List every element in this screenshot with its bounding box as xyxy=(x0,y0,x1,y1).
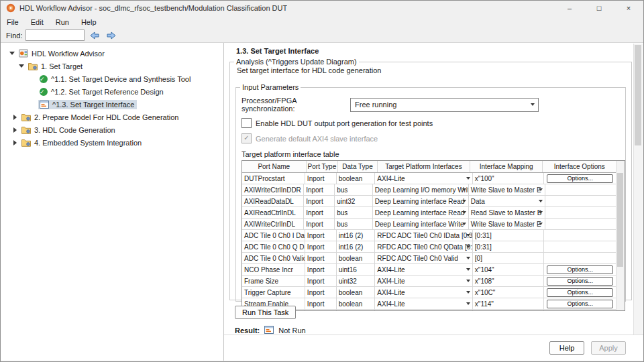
panel-scrollbar-thumb[interactable] xyxy=(635,45,641,145)
analysis-group: Analysis (^Triggers Update Diagram) Set … xyxy=(229,58,632,300)
testpoints-checkbox-label: Enable HDL DUT output port generation fo… xyxy=(256,119,433,127)
tree-item-set-target-device[interactable]: ^1.1. Set Target Device and Synthesis To… xyxy=(1,72,223,85)
close-button[interactable]: × xyxy=(614,1,643,15)
mapping-dropdown[interactable]: Read Slave to Master B xyxy=(469,207,546,218)
interface-dropdown[interactable]: Deep Learning interface Write xyxy=(373,219,469,229)
axi4-slave-checkbox-label: Generate default AXI4 slave interface xyxy=(256,135,378,143)
options-button[interactable]: Options... xyxy=(547,174,613,183)
cell-interface-mapping[interactable]: x"10C" xyxy=(473,287,545,298)
chevron-down-icon[interactable] xyxy=(18,64,25,68)
cell-interface-mapping[interactable]: x"104" xyxy=(473,264,545,275)
cell-port-type: Inport xyxy=(305,298,337,309)
mapping-dropdown[interactable]: Write Slave to Master E xyxy=(469,219,546,229)
chevron-right-icon[interactable] xyxy=(11,127,18,133)
menu-help[interactable]: Help xyxy=(75,15,103,28)
menu-bar: File Edit Run Help xyxy=(1,15,643,28)
cell-port-type: Inport xyxy=(305,173,337,184)
chevron-right-icon[interactable] xyxy=(11,140,18,145)
find-previous-button[interactable] xyxy=(88,29,101,42)
interface-dropdown[interactable]: AXI4-Lite xyxy=(375,287,472,298)
tree-item-prepare-model[interactable]: 2. Prepare Model For HDL Code Generation xyxy=(1,111,223,123)
task-icon xyxy=(40,101,49,109)
cell-interface-mapping[interactable]: x"108" xyxy=(473,276,545,286)
cell-interface-mapping[interactable]: x"114" xyxy=(473,298,545,309)
cell-data-type: int16 (2) xyxy=(337,241,376,252)
interface-dropdown[interactable]: RFDC ADC Tile0 Ch0 QData [0:3 xyxy=(375,241,472,252)
interface-dropdown[interactable]: RFDC ADC Tile0 Ch0 Valid xyxy=(375,253,472,263)
cell-port-type: Inport xyxy=(305,241,337,252)
cell-data-type: bus xyxy=(335,184,373,195)
chevron-down-icon xyxy=(539,211,543,214)
tree-item-set-target[interactable]: 1. Set Target xyxy=(1,60,223,72)
window-controls: – □ × xyxy=(555,1,643,15)
cell-interface-mapping[interactable]: x"128" xyxy=(473,310,545,311)
options-button[interactable]: Options... xyxy=(547,288,613,297)
sync-dropdown[interactable]: Free running xyxy=(350,98,539,112)
options-button[interactable]: Options... xyxy=(547,311,613,312)
tree-item-label: ^1.3. Set Target Interface xyxy=(52,101,134,109)
cell-port-type: Inport xyxy=(304,207,335,218)
find-input[interactable] xyxy=(25,29,85,41)
analysis-group-label: Analysis (^Triggers Update Diagram) xyxy=(234,58,359,66)
interface-dropdown[interactable]: Deep Learning I/O memory Writ xyxy=(373,184,469,195)
tree-item-hdl-code-generation[interactable]: 3. HDL Code Generation xyxy=(1,123,223,136)
mapping-dropdown[interactable]: Write Slave to Master E xyxy=(469,184,546,195)
chevron-down-icon xyxy=(539,223,543,225)
panel-scrollbar[interactable] xyxy=(633,44,643,335)
chevron-down-icon xyxy=(466,268,470,271)
interface-dropdown[interactable]: AXI4-Lite xyxy=(375,276,472,286)
minimize-button[interactable]: – xyxy=(555,1,584,15)
menu-file[interactable]: File xyxy=(1,15,25,28)
tree-item-set-target-reference[interactable]: ^1.2. Set Target Reference Design xyxy=(1,85,223,98)
interface-dropdown[interactable]: Deep Learning interface Read xyxy=(373,196,469,206)
menu-run[interactable]: Run xyxy=(50,15,75,28)
interface-dropdown[interactable]: RFDC ADC Tile0 Ch0 IData [0:3 xyxy=(375,230,472,241)
testpoints-checkbox[interactable] xyxy=(241,118,252,128)
cell-port-name: ADC Tile 0 Ch0 Q Data xyxy=(242,241,305,252)
chevron-down-icon xyxy=(462,188,466,191)
cell-port-type: Inport xyxy=(305,310,337,311)
interface-dropdown[interactable]: AXI4-Lite xyxy=(375,173,472,184)
options-button[interactable]: Options... xyxy=(547,277,613,286)
not-run-status-icon xyxy=(264,326,274,335)
options-button[interactable]: Options... xyxy=(547,300,613,308)
help-button[interactable]: Help xyxy=(549,341,584,355)
cell-interface-mapping[interactable]: [0] xyxy=(473,253,545,263)
folder-icon xyxy=(28,62,38,70)
table-scrollbar[interactable] xyxy=(616,161,625,310)
chevron-down-icon xyxy=(466,257,470,259)
interface-table: Port Name Port Type Data Type Target Pla… xyxy=(241,160,625,311)
options-button[interactable]: Options... xyxy=(547,265,613,274)
cell-interface-mapping[interactable]: [0:31] xyxy=(473,230,545,241)
run-this-task-button[interactable]: Run This Task xyxy=(235,306,296,319)
table-row: NCO Phase Incr Inport uint16 AXI4-Lite x… xyxy=(242,264,616,276)
cell-interface-mapping[interactable]: x"100" xyxy=(473,173,545,184)
cell-data-type: boolean xyxy=(337,298,376,309)
interface-dropdown[interactable]: Deep Learning interface Read xyxy=(373,207,469,218)
interface-dropdown[interactable]: AXI4-Lite xyxy=(375,298,472,309)
tree-item-label: 3. HDL Code Generation xyxy=(34,126,115,134)
tree-item-set-target-interface[interactable]: ^1.3. Set Target Interface xyxy=(1,98,223,111)
table-row: AXIWriteCtrlInDDR Inport bus Deep Learni… xyxy=(242,184,616,196)
tree-item-label: 2. Prepare Model For HDL Code Generation xyxy=(34,113,178,121)
mapping-dropdown[interactable]: Data xyxy=(469,196,546,206)
interface-dropdown[interactable]: AXI4-Lite xyxy=(375,310,472,311)
folder-icon xyxy=(21,113,31,121)
chevron-down-icon[interactable] xyxy=(9,52,15,55)
menu-edit[interactable]: Edit xyxy=(25,15,50,28)
tree-item-embedded-system-integration[interactable]: 4. Embedded System Integration xyxy=(1,136,223,149)
interface-dropdown[interactable]: AXI4-Lite xyxy=(375,264,472,275)
cell-port-type: Inport xyxy=(305,230,337,241)
table-row: AXIReadDataDL Inport uint32 Deep Learnin… xyxy=(242,196,616,207)
tree-item-root[interactable]: HDL Workflow Advisor xyxy=(1,47,223,60)
folder-icon xyxy=(21,126,31,134)
chevron-down-icon xyxy=(466,245,470,248)
find-next-button[interactable] xyxy=(105,29,118,42)
cell-port-name: Frame Size xyxy=(242,276,305,286)
chevron-down-icon xyxy=(462,200,466,202)
chevron-right-icon[interactable] xyxy=(11,115,18,120)
find-bar: Find: xyxy=(1,28,643,42)
table-scrollbar-thumb[interactable] xyxy=(617,173,623,267)
cell-interface-mapping[interactable]: [0:31] xyxy=(473,241,545,252)
maximize-button[interactable]: □ xyxy=(584,1,614,15)
